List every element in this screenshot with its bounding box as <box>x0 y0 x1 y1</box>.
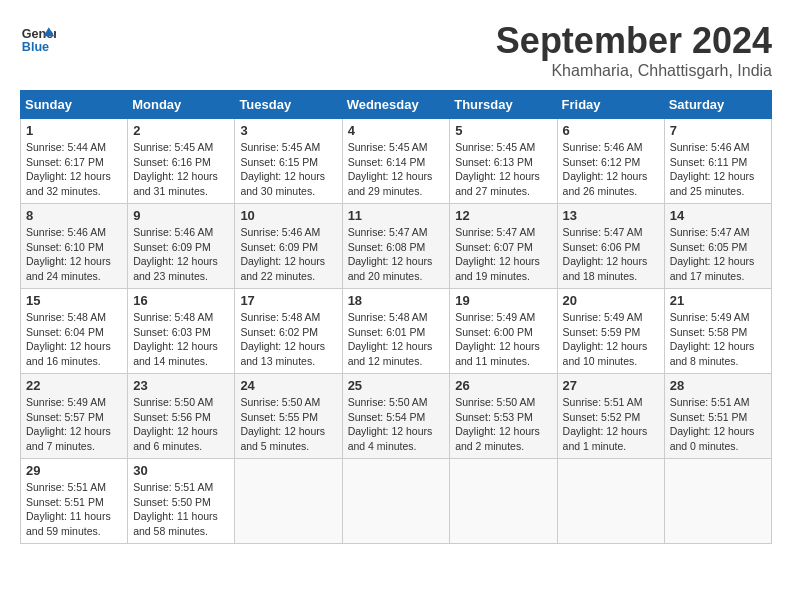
calendar-cell <box>664 459 771 544</box>
calendar-week-row: 15 Sunrise: 5:48 AM Sunset: 6:04 PM Dayl… <box>21 289 772 374</box>
day-info: Sunrise: 5:44 AM Sunset: 6:17 PM Dayligh… <box>26 140 122 199</box>
calendar-cell: 11 Sunrise: 5:47 AM Sunset: 6:08 PM Dayl… <box>342 204 450 289</box>
day-info: Sunrise: 5:49 AM Sunset: 5:59 PM Dayligh… <box>563 310 659 369</box>
calendar-cell: 20 Sunrise: 5:49 AM Sunset: 5:59 PM Dayl… <box>557 289 664 374</box>
day-number: 1 <box>26 123 122 138</box>
weekday-header: Friday <box>557 91 664 119</box>
calendar-cell: 19 Sunrise: 5:49 AM Sunset: 6:00 PM Dayl… <box>450 289 557 374</box>
day-number: 20 <box>563 293 659 308</box>
day-number: 8 <box>26 208 122 223</box>
day-info: Sunrise: 5:45 AM Sunset: 6:13 PM Dayligh… <box>455 140 551 199</box>
calendar-cell: 8 Sunrise: 5:46 AM Sunset: 6:10 PM Dayli… <box>21 204 128 289</box>
day-info: Sunrise: 5:46 AM Sunset: 6:12 PM Dayligh… <box>563 140 659 199</box>
calendar-cell: 12 Sunrise: 5:47 AM Sunset: 6:07 PM Dayl… <box>450 204 557 289</box>
calendar-cell <box>557 459 664 544</box>
weekday-header: Sunday <box>21 91 128 119</box>
day-info: Sunrise: 5:47 AM Sunset: 6:05 PM Dayligh… <box>670 225 766 284</box>
day-number: 3 <box>240 123 336 138</box>
page-header: General Blue September 2024 Khamharia, C… <box>20 20 772 80</box>
calendar-cell: 9 Sunrise: 5:46 AM Sunset: 6:09 PM Dayli… <box>128 204 235 289</box>
day-info: Sunrise: 5:48 AM Sunset: 6:03 PM Dayligh… <box>133 310 229 369</box>
day-number: 24 <box>240 378 336 393</box>
day-number: 6 <box>563 123 659 138</box>
weekday-header: Wednesday <box>342 91 450 119</box>
calendar-cell: 1 Sunrise: 5:44 AM Sunset: 6:17 PM Dayli… <box>21 119 128 204</box>
day-info: Sunrise: 5:48 AM Sunset: 6:04 PM Dayligh… <box>26 310 122 369</box>
location-title: Khamharia, Chhattisgarh, India <box>496 62 772 80</box>
day-number: 15 <box>26 293 122 308</box>
day-info: Sunrise: 5:51 AM Sunset: 5:50 PM Dayligh… <box>133 480 229 539</box>
day-number: 9 <box>133 208 229 223</box>
calendar-cell <box>450 459 557 544</box>
day-number: 25 <box>348 378 445 393</box>
day-number: 17 <box>240 293 336 308</box>
day-number: 5 <box>455 123 551 138</box>
calendar-cell: 7 Sunrise: 5:46 AM Sunset: 6:11 PM Dayli… <box>664 119 771 204</box>
calendar-cell: 4 Sunrise: 5:45 AM Sunset: 6:14 PM Dayli… <box>342 119 450 204</box>
calendar-week-row: 8 Sunrise: 5:46 AM Sunset: 6:10 PM Dayli… <box>21 204 772 289</box>
weekday-header: Tuesday <box>235 91 342 119</box>
day-info: Sunrise: 5:45 AM Sunset: 6:16 PM Dayligh… <box>133 140 229 199</box>
weekday-header: Monday <box>128 91 235 119</box>
calendar-cell: 28 Sunrise: 5:51 AM Sunset: 5:51 PM Dayl… <box>664 374 771 459</box>
day-info: Sunrise: 5:50 AM Sunset: 5:55 PM Dayligh… <box>240 395 336 454</box>
day-info: Sunrise: 5:50 AM Sunset: 5:56 PM Dayligh… <box>133 395 229 454</box>
day-info: Sunrise: 5:45 AM Sunset: 6:15 PM Dayligh… <box>240 140 336 199</box>
day-number: 30 <box>133 463 229 478</box>
calendar-cell: 24 Sunrise: 5:50 AM Sunset: 5:55 PM Dayl… <box>235 374 342 459</box>
day-info: Sunrise: 5:47 AM Sunset: 6:07 PM Dayligh… <box>455 225 551 284</box>
day-number: 28 <box>670 378 766 393</box>
day-info: Sunrise: 5:46 AM Sunset: 6:09 PM Dayligh… <box>240 225 336 284</box>
day-info: Sunrise: 5:50 AM Sunset: 5:53 PM Dayligh… <box>455 395 551 454</box>
svg-text:Blue: Blue <box>22 40 49 54</box>
day-number: 2 <box>133 123 229 138</box>
calendar-cell: 21 Sunrise: 5:49 AM Sunset: 5:58 PM Dayl… <box>664 289 771 374</box>
calendar-cell: 6 Sunrise: 5:46 AM Sunset: 6:12 PM Dayli… <box>557 119 664 204</box>
day-info: Sunrise: 5:48 AM Sunset: 6:01 PM Dayligh… <box>348 310 445 369</box>
day-info: Sunrise: 5:50 AM Sunset: 5:54 PM Dayligh… <box>348 395 445 454</box>
day-info: Sunrise: 5:51 AM Sunset: 5:51 PM Dayligh… <box>26 480 122 539</box>
weekday-header-row: SundayMondayTuesdayWednesdayThursdayFrid… <box>21 91 772 119</box>
day-number: 16 <box>133 293 229 308</box>
day-number: 29 <box>26 463 122 478</box>
day-info: Sunrise: 5:47 AM Sunset: 6:06 PM Dayligh… <box>563 225 659 284</box>
logo-icon: General Blue <box>20 20 56 56</box>
calendar-cell: 27 Sunrise: 5:51 AM Sunset: 5:52 PM Dayl… <box>557 374 664 459</box>
calendar-cell <box>342 459 450 544</box>
day-info: Sunrise: 5:46 AM Sunset: 6:10 PM Dayligh… <box>26 225 122 284</box>
calendar-cell: 13 Sunrise: 5:47 AM Sunset: 6:06 PM Dayl… <box>557 204 664 289</box>
day-info: Sunrise: 5:51 AM Sunset: 5:51 PM Dayligh… <box>670 395 766 454</box>
calendar-cell <box>235 459 342 544</box>
weekday-header: Saturday <box>664 91 771 119</box>
calendar-cell: 2 Sunrise: 5:45 AM Sunset: 6:16 PM Dayli… <box>128 119 235 204</box>
calendar-cell: 16 Sunrise: 5:48 AM Sunset: 6:03 PM Dayl… <box>128 289 235 374</box>
day-number: 13 <box>563 208 659 223</box>
month-title: September 2024 <box>496 20 772 62</box>
day-number: 23 <box>133 378 229 393</box>
day-number: 21 <box>670 293 766 308</box>
calendar-week-row: 29 Sunrise: 5:51 AM Sunset: 5:51 PM Dayl… <box>21 459 772 544</box>
calendar-cell: 14 Sunrise: 5:47 AM Sunset: 6:05 PM Dayl… <box>664 204 771 289</box>
day-number: 7 <box>670 123 766 138</box>
calendar-table: SundayMondayTuesdayWednesdayThursdayFrid… <box>20 90 772 544</box>
day-number: 22 <box>26 378 122 393</box>
day-info: Sunrise: 5:49 AM Sunset: 5:58 PM Dayligh… <box>670 310 766 369</box>
day-number: 19 <box>455 293 551 308</box>
day-number: 4 <box>348 123 445 138</box>
day-number: 10 <box>240 208 336 223</box>
day-info: Sunrise: 5:49 AM Sunset: 5:57 PM Dayligh… <box>26 395 122 454</box>
logo: General Blue <box>20 20 56 56</box>
calendar-week-row: 22 Sunrise: 5:49 AM Sunset: 5:57 PM Dayl… <box>21 374 772 459</box>
day-info: Sunrise: 5:48 AM Sunset: 6:02 PM Dayligh… <box>240 310 336 369</box>
calendar-cell: 17 Sunrise: 5:48 AM Sunset: 6:02 PM Dayl… <box>235 289 342 374</box>
day-number: 26 <box>455 378 551 393</box>
day-info: Sunrise: 5:46 AM Sunset: 6:09 PM Dayligh… <box>133 225 229 284</box>
calendar-cell: 22 Sunrise: 5:49 AM Sunset: 5:57 PM Dayl… <box>21 374 128 459</box>
day-number: 12 <box>455 208 551 223</box>
calendar-cell: 15 Sunrise: 5:48 AM Sunset: 6:04 PM Dayl… <box>21 289 128 374</box>
day-info: Sunrise: 5:49 AM Sunset: 6:00 PM Dayligh… <box>455 310 551 369</box>
calendar-cell: 26 Sunrise: 5:50 AM Sunset: 5:53 PM Dayl… <box>450 374 557 459</box>
day-info: Sunrise: 5:46 AM Sunset: 6:11 PM Dayligh… <box>670 140 766 199</box>
calendar-cell: 25 Sunrise: 5:50 AM Sunset: 5:54 PM Dayl… <box>342 374 450 459</box>
calendar-cell: 5 Sunrise: 5:45 AM Sunset: 6:13 PM Dayli… <box>450 119 557 204</box>
